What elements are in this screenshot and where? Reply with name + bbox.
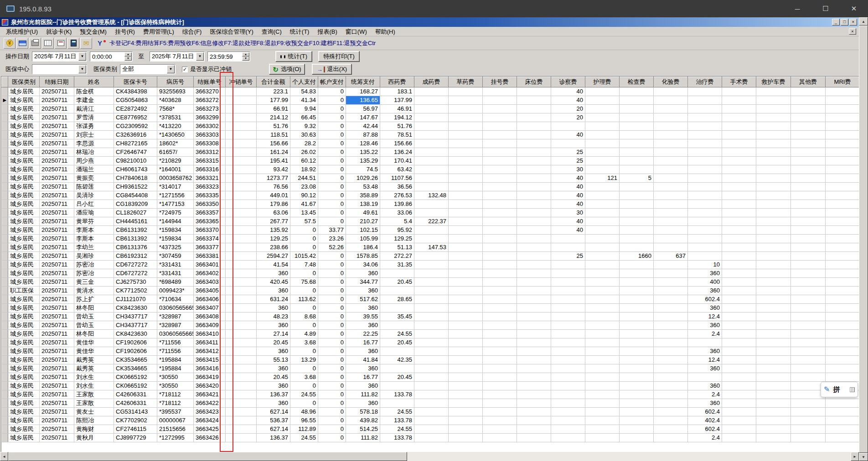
menu-item[interactable]: 统计(T) <box>286 27 314 36</box>
app-close-button[interactable]: × <box>849 19 857 26</box>
grid-cell[interactable]: 133.78 <box>380 434 414 442</box>
grid-cell[interactable]: 20250711 <box>40 148 74 157</box>
grid-cell[interactable] <box>517 382 551 390</box>
exit-button[interactable]: → 退出(X) <box>312 64 352 75</box>
grid-cell[interactable]: 城乡居民 <box>8 269 40 278</box>
time-from-spinner[interactable]: ▲▼ <box>124 52 132 61</box>
grid-cell[interactable] <box>654 183 688 191</box>
grid-cell[interactable]: C98210010 <box>114 157 157 165</box>
grid-cell[interactable] <box>722 312 756 321</box>
grid-cell[interactable] <box>654 113 688 122</box>
grid-cell[interactable] <box>620 261 654 269</box>
grid-cell[interactable] <box>517 96 551 105</box>
grid-cell[interactable] <box>756 312 791 321</box>
grid-cell[interactable] <box>722 113 756 122</box>
grid-cell[interactable]: CK0665192 <box>114 382 157 390</box>
grid-cell[interactable]: 0 <box>290 364 318 373</box>
grid-cell[interactable]: *1271556 <box>157 191 194 200</box>
grid-cell[interactable] <box>756 338 791 347</box>
grid-cell[interactable] <box>449 105 483 113</box>
grid-cell[interactable]: 城乡居民 <box>8 235 40 243</box>
grid-cell[interactable]: 林冬阳 <box>74 304 114 312</box>
grid-cell[interactable] <box>551 295 585 304</box>
settle-money-button[interactable]: ¥ <box>4 38 16 49</box>
grid-cell[interactable]: 0 <box>318 105 346 113</box>
grid-cell[interactable]: 0 <box>318 347 346 356</box>
grid-cell[interactable] <box>517 338 551 347</box>
grid-cell[interactable] <box>620 209 654 217</box>
grid-cell[interactable] <box>791 235 826 243</box>
grid-cell[interactable] <box>826 416 859 425</box>
grid-cell[interactable]: 16.77 <box>346 338 380 347</box>
grid-cell[interactable] <box>483 434 517 442</box>
grid-cell[interactable] <box>585 373 620 382</box>
grid-cell[interactable]: 20250711 <box>40 269 74 278</box>
grid-cell[interactable]: 3663425 <box>194 425 226 434</box>
grid-cell[interactable] <box>688 131 722 139</box>
grid-cell[interactable] <box>722 364 756 373</box>
grid-cell[interactable]: 0 <box>318 287 346 295</box>
grid-cell[interactable] <box>826 278 859 287</box>
grid-cell[interactable]: 20250711 <box>40 330 74 338</box>
grid-cell[interactable]: 0 <box>290 321 318 330</box>
grid-cell[interactable]: CG1839209 <box>114 200 157 209</box>
grid-cell[interactable] <box>688 235 722 243</box>
grid-cell[interactable] <box>826 347 859 356</box>
grid-cell[interactable] <box>620 139 654 148</box>
grid-cell[interactable] <box>654 243 688 252</box>
grid-cell[interactable] <box>226 295 257 304</box>
grid-cell[interactable] <box>585 330 620 338</box>
grid-cell[interactable] <box>756 261 791 269</box>
grid-cell[interactable] <box>654 217 688 226</box>
grid-cell[interactable] <box>380 269 414 278</box>
grid-cell[interactable] <box>620 87 654 96</box>
grid-cell[interactable]: 25 <box>551 252 585 261</box>
grid-cell[interactable] <box>551 338 585 347</box>
grid-cell[interactable]: 360 <box>346 269 380 278</box>
grid-cell[interactable] <box>654 131 688 139</box>
grid-cell[interactable]: 111.82 <box>346 390 380 399</box>
grid-cell[interactable]: 41.34 <box>290 96 318 105</box>
grid-cell[interactable]: 40 <box>551 200 585 209</box>
grid-cell[interactable] <box>791 139 826 148</box>
grid-cell[interactable] <box>380 347 414 356</box>
grid-cell[interactable] <box>585 226 620 235</box>
grid-cell[interactable]: 20250711 <box>40 191 74 200</box>
grid-cell[interactable]: 18602* <box>157 139 194 148</box>
grid-cell[interactable]: 城乡居民 <box>8 312 40 321</box>
grid-cell[interactable] <box>791 191 826 200</box>
grid-cell[interactable]: 城乡居民 <box>8 373 40 382</box>
grid-cell[interactable] <box>688 338 722 347</box>
grid-cell[interactable] <box>226 261 257 269</box>
scroll-right-icon[interactable]: ► <box>851 452 859 461</box>
grid-cell[interactable]: 苏上扩 <box>74 295 114 304</box>
grid-cell[interactable] <box>585 191 620 200</box>
grid-cell[interactable]: 1273.77 <box>257 174 290 183</box>
insurance-center-combo[interactable]: ▼ <box>32 64 87 74</box>
grid-cell[interactable] <box>517 399 551 408</box>
grid-cell[interactable] <box>414 330 449 338</box>
grid-cell[interactable] <box>517 287 551 295</box>
grid-cell[interactable] <box>449 122 483 131</box>
grid-cell[interactable] <box>826 287 859 295</box>
grid-cell[interactable] <box>449 209 483 217</box>
grid-cell[interactable]: CK3534665 <box>114 364 157 373</box>
grid-cell[interactable] <box>722 191 756 200</box>
grid-cell[interactable]: 0 <box>318 131 346 139</box>
grid-cell[interactable]: 3663350 <box>194 200 226 209</box>
grid-cell[interactable]: 0099423* <box>157 287 194 295</box>
grid-cell[interactable] <box>722 304 756 312</box>
grid-cell[interactable]: 20250711 <box>40 217 74 226</box>
grid-cell[interactable] <box>551 364 585 373</box>
grid-cell[interactable] <box>449 416 483 425</box>
grid-cell[interactable]: 0 <box>318 183 346 191</box>
grid-cell[interactable]: 27.14 <box>257 330 290 338</box>
grid-cell[interactable] <box>551 347 585 356</box>
grid-cell[interactable] <box>756 416 791 425</box>
grid-cell[interactable]: 戴清江 <box>74 105 114 113</box>
grid-cell[interactable]: *328987 <box>157 321 194 330</box>
grid-cell[interactable] <box>654 226 688 235</box>
grid-cell[interactable] <box>620 200 654 209</box>
grid-cell[interactable]: 3663422 <box>194 399 226 408</box>
grid-cell[interactable] <box>449 131 483 139</box>
